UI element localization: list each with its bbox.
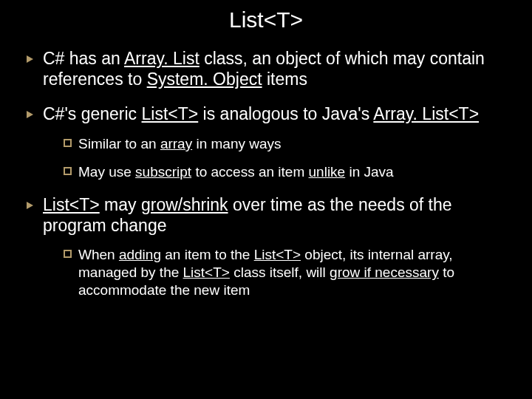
bullet-text: List<T> may grow/shrink over time as the… xyxy=(43,195,452,235)
sub-bullet-text: When adding an item to the List<T> objec… xyxy=(78,247,454,298)
sub-bullet-item: Similar to an array in many ways xyxy=(61,135,510,153)
slide: List<T> C# has an Array. List class, an … xyxy=(0,0,532,399)
sub-bullet-list: When adding an item to the List<T> objec… xyxy=(61,246,510,299)
bullet-text: C# has an Array. List class, an object o… xyxy=(43,49,485,89)
bullet-list: C# has an Array. List class, an object o… xyxy=(22,49,510,299)
sub-bullet-list: Similar to an array in many ways May use… xyxy=(61,135,510,181)
sub-bullet-item: When adding an item to the List<T> objec… xyxy=(61,246,510,299)
sub-bullet-text: May use subscript to access an item unli… xyxy=(78,164,394,180)
bullet-text: C#'s generic List<T> is analogous to Jav… xyxy=(43,104,479,123)
sub-bullet-text: Similar to an array in many ways xyxy=(78,136,282,151)
sub-bullet-item: May use subscript to access an item unli… xyxy=(61,163,510,181)
bullet-item: List<T> may grow/shrink over time as the… xyxy=(22,195,510,299)
bullet-item: C#'s generic List<T> is analogous to Jav… xyxy=(22,104,510,180)
slide-title: List<T> xyxy=(22,7,510,33)
bullet-item: C# has an Array. List class, an object o… xyxy=(22,49,510,89)
